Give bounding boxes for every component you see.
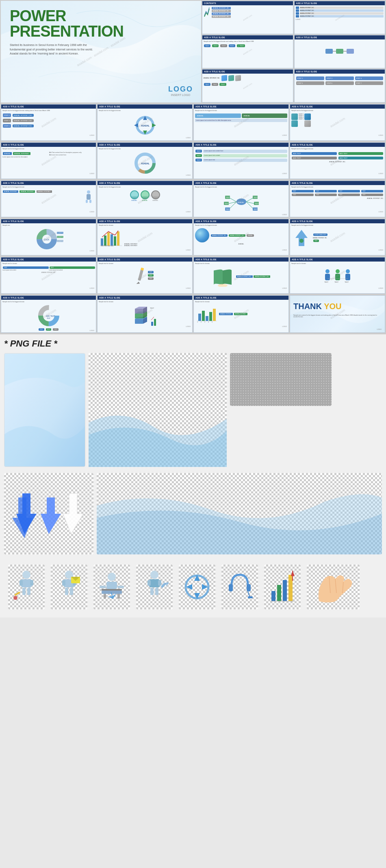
svg-point-108 <box>22 571 30 579</box>
svg-marker-143 <box>186 584 192 590</box>
svg-rect-95 <box>206 316 208 321</box>
cycle-diagram: ASADAL <box>131 114 159 136</box>
svg-rect-118 <box>62 580 65 586</box>
slide-text: Sample text for the biggest domain <box>99 186 191 188</box>
icon-robot <box>8 565 45 609</box>
svg-text:TEXT: TEXT <box>101 245 104 246</box>
label: TEXT <box>195 159 202 161</box>
title-line1: POWER <box>10 8 192 24</box>
slide-header: CONTENTS <box>202 1 293 5</box>
cell: TEXT <box>292 194 314 196</box>
slide-text: Sample text for the biggest domain <box>2 186 95 188</box>
shape: TEXT <box>3 266 49 269</box>
slide-card-9: ADD A TITLE SLIDE Sample text for the bi… <box>1 181 96 217</box>
slide-body-10: Sample text for the biggest domain ASADA… <box>98 185 192 214</box>
slide-card-7: ADD A TITLE SLIDE TEXT Lorem ipsum text … <box>193 142 289 179</box>
slide-card-contents: CONTENTS ASADAL INTERNET, INC. ASADAL IN… <box>202 1 293 34</box>
icons-row <box>4 560 382 613</box>
svg-text:CLICK TO ADD: CLICK TO ADD <box>57 232 65 234</box>
label: TEXT <box>53 328 59 331</box>
step: STEP 3 <box>325 76 354 80</box>
cell: TEXT <box>292 190 314 192</box>
person-sitting-svg <box>98 569 126 605</box>
svg-text:TEXT: TEXT <box>345 281 349 283</box>
insert-text: INSERT LOGO <box>168 94 193 96</box>
slide-card-4: ADD A TITLE SLIDE Sample text for the bi… <box>290 104 385 141</box>
svg-rect-125 <box>106 582 117 589</box>
svg-text:TEXT: TEXT <box>107 245 111 246</box>
slide-body-14: Sample text for domain TEXT TEXT <box>98 223 192 252</box>
icon-person-letter <box>51 565 87 609</box>
svg-rect-0 <box>325 49 333 54</box>
slide-body: STEP 2 STEP 3 STEP 4 STEP 5 STEP 6 STEP … <box>295 74 385 102</box>
slide-footer: LOGO <box>186 174 191 176</box>
slides-grid-row3: ADD A TITLE SLIDE Sample text for the bi… <box>0 180 386 218</box>
slide-text: Sample text for the biggest domain <box>291 225 384 227</box>
shape: ASADAL INTERNET, INC. <box>211 234 228 237</box>
badge: ASADAL INTERNET <box>20 190 35 193</box>
book-icon <box>212 266 234 287</box>
svg-point-70 <box>346 269 350 273</box>
slide-body-15: Sample text for the biggest domain ASADA… <box>194 223 288 252</box>
slide-header-20: ADD A TITLE SLIDE <box>290 257 385 262</box>
svg-text:CLICK TO ADD: CLICK TO ADD <box>57 240 65 242</box>
shape: TEXT <box>148 277 154 280</box>
slide-body-21: Sample text for the biggest domain ADD T… <box>1 300 96 332</box>
hero-slide: POWER PRESENTATION Started its business … <box>1 1 201 103</box>
slide-body-12: Sample text for the biggest domain TEXT … <box>290 185 385 214</box>
list-item: ASADAL INTERNET, INC. <box>212 15 231 18</box>
slides-grid-row1: ADD A TITLE SLIDE Sample text for the bi… <box>0 103 386 142</box>
slide-body-9: Sample text for the biggest domain ASADA… <box>1 185 96 214</box>
slide-text: Sample text for the biggest domain <box>2 301 95 303</box>
slide-card-18: ADD A TITLE SLIDE Sample text for domain… <box>97 257 193 294</box>
slide-footer: LOGO <box>282 287 287 289</box>
slide-header-22: ADD A TITLE SLIDE <box>98 296 192 300</box>
slide-footer: LOGO <box>89 134 94 136</box>
slide-text: Sample text for the biggest domain <box>2 148 95 150</box>
slide-text: Sample text <box>2 225 95 227</box>
funnel-svg <box>291 228 312 248</box>
svg-text:TEXT: TEXT <box>226 196 230 198</box>
slide-text: Sample text for the biggest domain makin… <box>2 110 95 112</box>
svg-rect-135 <box>147 580 151 586</box>
slide-card-19: ADD A TITLE SLIDE Sample text for domain… <box>193 257 289 294</box>
slide-body-1: Sample text for the biggest domain makin… <box>1 109 96 137</box>
svg-rect-111 <box>30 580 33 586</box>
slide-header-23: ADD A TITLE SLIDE <box>194 296 288 300</box>
svg-rect-152 <box>288 575 293 601</box>
cell: TEXT <box>315 194 337 196</box>
badge: ASADAL INTERNET <box>13 152 30 155</box>
cube <box>228 75 234 81</box>
svg-point-63 <box>218 284 228 287</box>
svg-rect-83 <box>135 314 143 318</box>
slide-footer: LOGO <box>186 211 191 213</box>
svg-line-24 <box>246 202 254 209</box>
slide-card-table: ADD A TITLE SLIDE ASADAL INTERNET, INC. … <box>294 1 386 34</box>
robot-svg <box>12 569 41 605</box>
slide-card-11: ADD A TITLE SLIDE Sample text for the bi… <box>193 181 289 217</box>
svg-text:5: 5 <box>212 321 213 323</box>
slide-card-5: ADD A TITLE SLIDE Sample text for the bi… <box>1 142 96 179</box>
svg-rect-68 <box>335 274 340 280</box>
bg-gradient-svg <box>4 353 85 467</box>
png-arrows-row <box>4 473 382 554</box>
shape: TEXT <box>220 44 227 47</box>
badge: ASADAL <box>3 152 12 155</box>
slide-card-12: ADD A TITLE SLIDE Sample text for the bi… <box>290 181 385 217</box>
slide-card-3: ADD A TITLE SLIDE Sample text for the bi… <box>193 104 289 141</box>
shape: ASADAL INTERNET, INC. <box>229 234 245 237</box>
badge: ASADAL INTERNET <box>37 190 52 193</box>
slide-body-23: Sample text for domain 1 2 3 4 5 ASADAL <box>194 300 288 328</box>
slide-card-10: ADD A TITLE SLIDE Sample text for the bi… <box>97 181 193 217</box>
step: STEP 4 <box>355 76 384 80</box>
slide-body-8: Sample text for the biggest domain ADD T… <box>290 147 385 175</box>
slide-header-21: ADD A TITLE SLIDE <box>1 296 96 300</box>
slide-footer: LOGO <box>282 172 287 174</box>
slide-header-14: ADD A TITLE SLIDE <box>98 219 192 223</box>
slide-footer: LOGO <box>378 287 383 289</box>
svg-line-19 <box>229 198 236 202</box>
slide-card-8: ADD A TITLE SLIDE Sample text for the bi… <box>290 142 385 179</box>
png-asset-arrows <box>4 473 93 554</box>
slide-footer: LOGO <box>186 249 191 251</box>
svg-point-115 <box>13 596 17 600</box>
